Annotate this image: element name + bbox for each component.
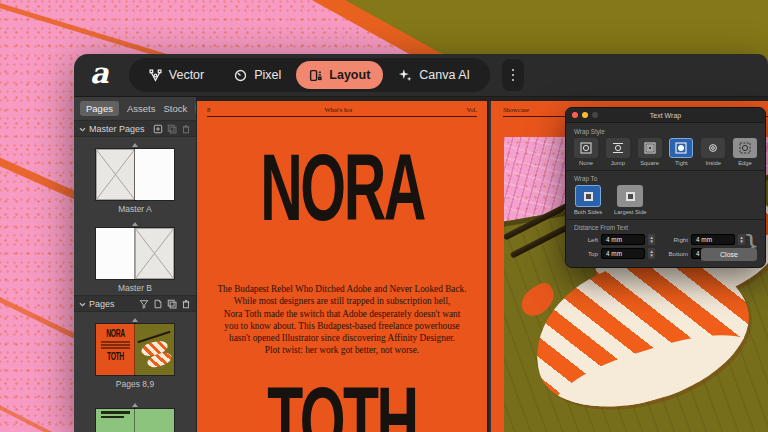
distance-from-text-label: Distance From Text bbox=[574, 224, 757, 231]
body-line: The Budapest Rebel Who Ditched Adobe and… bbox=[217, 283, 467, 295]
sparkle-icon bbox=[398, 68, 412, 82]
pages-8-9-thumbnail[interactable]: NORA TOTH Pages 8,9 bbox=[74, 312, 196, 391]
panel-title: Text Wrap bbox=[566, 112, 765, 119]
master-b-left-page bbox=[96, 228, 135, 279]
document-page-left[interactable]: 8 What's hot Vol. NORA The Budapest Rebe… bbox=[197, 101, 487, 432]
stepper[interactable]: ▲▼ bbox=[648, 248, 655, 259]
thumbnail-label: Master B bbox=[118, 283, 152, 293]
thumbnail-label: Master A bbox=[118, 204, 152, 214]
header-center-text: What's hot bbox=[324, 106, 352, 113]
running-header: 8 What's hot Vol. bbox=[207, 106, 477, 113]
running-header: Showcase bbox=[503, 106, 529, 113]
page-8-thumb: NORA TOTH bbox=[96, 324, 135, 375]
panel-tab-assets[interactable]: Assets bbox=[127, 103, 156, 114]
distance-right-input[interactable]: 4 mm bbox=[691, 234, 735, 245]
pages-panel: Pages Assets Stock Master Pages bbox=[74, 96, 196, 432]
field-label: Top bbox=[574, 250, 598, 257]
wrap-style-tight[interactable]: Tight bbox=[669, 138, 693, 166]
spread-marker bbox=[132, 403, 138, 407]
header-rule bbox=[207, 116, 477, 117]
distance-top-input[interactable]: 4 mm bbox=[601, 248, 645, 259]
spread-marker bbox=[132, 318, 138, 322]
panel-tab-pages[interactable]: Pages bbox=[80, 101, 119, 116]
tab-label: Pixel bbox=[254, 68, 281, 82]
tab-canva-ai[interactable]: Canva AI bbox=[383, 58, 485, 92]
text-wrap-panel: Text Wrap Wrap Style None Jump Square bbox=[565, 107, 766, 268]
master-a-right-page bbox=[135, 149, 174, 200]
delete-page-icon[interactable] bbox=[181, 299, 191, 309]
section-title: Master Pages bbox=[89, 124, 145, 134]
thumbnail-label: Pages 8,9 bbox=[116, 379, 154, 389]
headline-toth[interactable]: TOTH bbox=[252, 380, 432, 432]
spread-marker bbox=[132, 143, 138, 147]
pen-nib-icon bbox=[149, 69, 162, 82]
field-label: Left bbox=[574, 236, 598, 243]
delete-master-icon[interactable] bbox=[181, 124, 191, 134]
wrap-style-none[interactable]: None bbox=[574, 138, 598, 166]
add-master-icon[interactable] bbox=[153, 124, 163, 134]
text-wrap-titlebar[interactable]: Text Wrap bbox=[566, 108, 765, 123]
tab-label: Layout bbox=[329, 68, 370, 82]
master-b-right-page bbox=[135, 228, 174, 279]
screenshot-root: a Vector Pixel Layout Canva AI bbox=[0, 0, 768, 432]
more-options-button[interactable] bbox=[502, 59, 524, 91]
master-a-thumbnail[interactable]: Master A bbox=[74, 137, 196, 216]
wrap-style-jump[interactable]: Jump bbox=[606, 138, 630, 166]
wrap-style-square[interactable]: Square bbox=[638, 138, 662, 166]
spread-marker bbox=[132, 222, 138, 226]
duplicate-page-icon[interactable] bbox=[167, 299, 177, 309]
stepper[interactable]: ▲▼ bbox=[648, 234, 655, 245]
page-9-thumb bbox=[135, 324, 174, 375]
body-line: Nora Toth made the switch that Adobe des… bbox=[217, 308, 467, 320]
mode-tab-group: Vector Pixel Layout Canva AI bbox=[129, 58, 490, 92]
chevron-down-icon bbox=[79, 299, 86, 309]
divider bbox=[566, 219, 765, 220]
field-label: Bottom bbox=[664, 250, 688, 257]
wrap-to-label: Wrap To bbox=[574, 175, 757, 182]
mini-headline: NORA bbox=[101, 328, 130, 339]
add-page-icon[interactable] bbox=[153, 299, 163, 309]
wrap-style-inside[interactable]: Inside bbox=[701, 138, 725, 166]
master-pages-section-header[interactable]: Master Pages bbox=[74, 120, 196, 137]
pages-section-header[interactable]: Pages bbox=[74, 295, 196, 312]
wrap-to-both-sides[interactable]: Both Sides bbox=[574, 185, 602, 215]
section-title: Pages bbox=[89, 299, 115, 309]
filter-icon[interactable] bbox=[139, 299, 149, 309]
panel-tab-bar: Pages Assets Stock bbox=[74, 97, 196, 120]
pixel-dial-icon bbox=[234, 69, 247, 82]
tab-layout[interactable]: Layout bbox=[296, 61, 383, 89]
wrap-style-edge[interactable]: Edge bbox=[733, 138, 757, 166]
tab-label: Vector bbox=[169, 68, 204, 82]
body-line: While most designers are still trapped i… bbox=[217, 295, 467, 307]
chevron-down-icon bbox=[79, 124, 86, 134]
wrap-to-largest-side[interactable]: Largest Side bbox=[614, 185, 647, 215]
top-toolbar: a Vector Pixel Layout Canva AI bbox=[74, 54, 768, 96]
body-line: Plot twist: her work got better, not wor… bbox=[217, 344, 467, 356]
tab-label: Canva AI bbox=[419, 68, 470, 82]
tab-vector[interactable]: Vector bbox=[134, 58, 219, 92]
master-a-left-page bbox=[96, 149, 135, 200]
distance-left-input[interactable]: 4 mm bbox=[601, 234, 645, 245]
body-line: you to know about. This Budapest-based f… bbox=[217, 320, 467, 332]
affinity-logo[interactable]: a bbox=[90, 59, 109, 88]
pages-thumbnail-partial[interactable] bbox=[74, 397, 196, 432]
layout-pages-icon bbox=[309, 69, 322, 82]
field-label: Right bbox=[664, 236, 688, 243]
duplicate-master-icon[interactable] bbox=[167, 124, 177, 134]
close-button[interactable]: Close bbox=[701, 248, 757, 261]
tab-pixel[interactable]: Pixel bbox=[219, 58, 296, 92]
body-text-frame[interactable]: The Budapest Rebel Who Ditched Adobe and… bbox=[217, 283, 467, 357]
body-line: hasn't opened Illustrator since discover… bbox=[217, 332, 467, 344]
panel-tab-stock[interactable]: Stock bbox=[163, 103, 187, 114]
header-right-text: Vol. bbox=[466, 106, 477, 113]
master-b-thumbnail[interactable]: Master B bbox=[74, 216, 196, 295]
folio-number: 8 bbox=[207, 106, 210, 113]
wrap-style-label: Wrap Style bbox=[574, 128, 757, 135]
divider bbox=[566, 170, 765, 171]
headline-nora[interactable]: NORA bbox=[252, 147, 432, 228]
mini-headline: TOTH bbox=[101, 351, 130, 362]
